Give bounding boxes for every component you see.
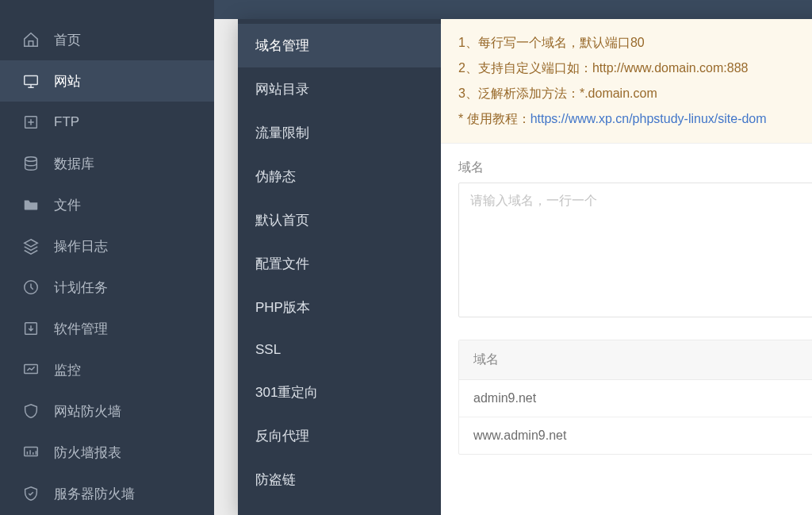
sidebar-item-label: 计划任务: [54, 279, 108, 297]
sidebar-item-label: 服务器防火墙: [54, 485, 135, 503]
sidebar-item-software[interactable]: 软件管理: [0, 308, 214, 349]
tab-config-file[interactable]: 配置文件: [238, 242, 441, 286]
modal-content: 1、每行写一个域名，默认端口80 2、支持自定义端口如：http://www.d…: [441, 19, 812, 515]
sidebar-item-ftp[interactable]: FTP: [0, 102, 214, 143]
shield-check-icon: [22, 485, 40, 502]
domain-form: 域名: [441, 144, 812, 325]
main-sidebar: 首页 网站 FTP 数据库 文件 操作日志 计划任务: [0, 0, 214, 515]
sidebar-item-website[interactable]: 网站: [0, 60, 214, 102]
tab-waf[interactable]: w 防火墙: [238, 502, 441, 515]
site-settings-modal: 域名管理 网站目录 流量限制 伪静态 默认首页 配置文件 PHP版本 SSL 3…: [238, 19, 812, 515]
tab-directory[interactable]: 网站目录: [238, 67, 441, 111]
sidebar-item-label: 首页: [54, 31, 81, 49]
sidebar-item-fw-report[interactable]: 防火墙报表: [0, 432, 214, 473]
sidebar-item-label: 网站防火墙: [54, 402, 121, 421]
sidebar-item-label: 软件管理: [54, 320, 108, 338]
sidebar-item-cron[interactable]: 计划任务: [0, 267, 214, 308]
download-icon: [22, 320, 40, 337]
sidebar-item-waf[interactable]: 网站防火墙: [0, 390, 214, 432]
tab-php-version[interactable]: PHP版本: [238, 286, 441, 329]
notice-line: 3、泛解析添加方法：*.domain.com: [458, 81, 812, 106]
monitor-icon: [22, 72, 40, 90]
sidebar-item-server-fw[interactable]: 服务器防火墙: [0, 473, 214, 514]
domain-field-label: 域名: [458, 159, 812, 176]
tab-301[interactable]: 301重定向: [238, 371, 441, 414]
table-row[interactable]: www.admin9.net: [459, 417, 812, 454]
sidebar-item-label: 防火墙报表: [54, 444, 121, 462]
ftp-icon: [22, 113, 40, 131]
modal-sidebar: 域名管理 网站目录 流量限制 伪静态 默认首页 配置文件 PHP版本 SSL 3…: [238, 19, 441, 515]
sidebar-item-label: 操作日志: [54, 237, 108, 256]
tab-ssl[interactable]: SSL: [238, 329, 441, 371]
report-icon: [22, 444, 40, 461]
notice-box: 1、每行写一个域名，默认端口80 2、支持自定义端口如：http://www.d…: [441, 19, 812, 144]
svg-point-2: [25, 157, 37, 162]
sidebar-item-logs[interactable]: 操作日志: [0, 225, 214, 267]
table-row[interactable]: admin9.net: [459, 380, 812, 417]
sidebar-item-label: 文件: [54, 196, 81, 214]
layers-icon: [22, 237, 40, 255]
sidebar-item-monitor[interactable]: 监控: [0, 349, 214, 390]
sidebar-item-label: 数据库: [54, 155, 94, 173]
domain-table: 域名 admin9.net www.admin9.net: [458, 340, 812, 455]
database-icon: [22, 155, 40, 172]
sidebar-item-label: FTP: [54, 114, 79, 130]
tab-rewrite[interactable]: 伪静态: [238, 155, 441, 198]
sidebar-item-database[interactable]: 数据库: [0, 143, 214, 184]
notice-line: 1、每行写一个域名，默认端口80: [458, 30, 812, 56]
tab-domain[interactable]: 域名管理: [238, 24, 441, 67]
domain-table-header: 域名: [459, 340, 812, 380]
tutorial-link[interactable]: https://www.xp.cn/phpstudy-linux/site-do…: [530, 112, 767, 125]
notice-line: 2、支持自定义端口如：http://www.domain.com:888: [458, 56, 812, 81]
clock-icon: [22, 279, 40, 296]
tab-reverse-proxy[interactable]: 反向代理: [238, 414, 441, 458]
sidebar-item-label: 监控: [54, 361, 81, 379]
tab-hotlink[interactable]: 防盗链: [238, 458, 441, 502]
folder-icon: [22, 196, 40, 213]
notice-line: * 使用教程：https://www.xp.cn/phpstudy-linux/…: [458, 106, 812, 132]
tab-default-page[interactable]: 默认首页: [238, 198, 441, 242]
domain-input[interactable]: [458, 183, 812, 317]
sidebar-item-files[interactable]: 文件: [0, 184, 214, 225]
sidebar-item-label: 网站: [54, 72, 81, 90]
sidebar-item-home[interactable]: 首页: [0, 19, 214, 60]
shield-icon: [22, 402, 40, 420]
chart-icon: [22, 361, 40, 379]
tab-traffic-limit[interactable]: 流量限制: [238, 111, 441, 155]
home-icon: [22, 31, 40, 48]
svg-rect-0: [25, 76, 38, 85]
